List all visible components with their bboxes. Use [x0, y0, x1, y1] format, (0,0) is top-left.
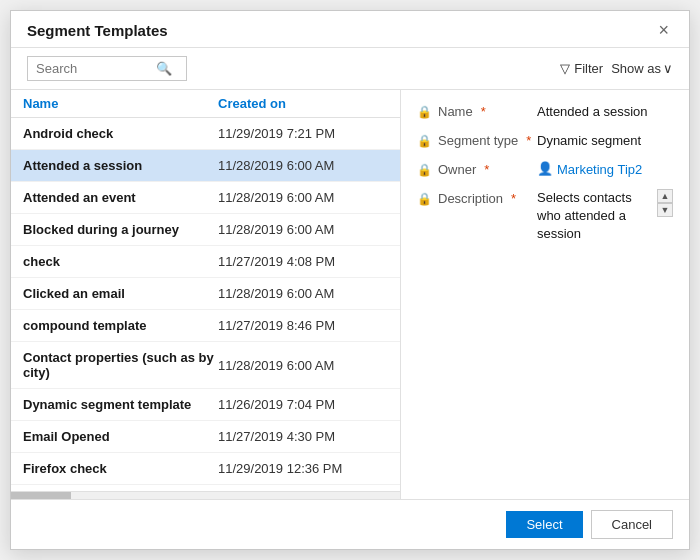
list-item-name: Android check: [23, 126, 218, 141]
detail-name-label: 🔒 Name *: [417, 102, 537, 119]
detail-description-label: 🔒 Description *: [417, 189, 537, 206]
list-item-name: check: [23, 254, 218, 269]
scroll-up-button[interactable]: ▲: [657, 189, 673, 203]
description-scroll-buttons: ▲ ▼: [657, 189, 673, 217]
column-header-created[interactable]: Created on: [218, 96, 388, 111]
toolbar: 🔍 ▽ Filter Show as ∨: [11, 48, 689, 90]
dialog-header: Segment Templates ×: [11, 11, 689, 48]
list-item-date: 11/28/2019 6:00 AM: [218, 286, 388, 301]
show-as-button[interactable]: Show as ∨: [611, 61, 673, 76]
filter-button[interactable]: ▽ Filter: [560, 61, 603, 76]
required-star-3: *: [484, 162, 489, 177]
detail-owner-label: 🔒 Owner *: [417, 160, 537, 177]
required-star: *: [481, 104, 486, 119]
list-item[interactable]: Clicked an email11/28/2019 6:00 AM: [11, 278, 400, 310]
detail-description-value: Selects contacts who attended a session: [537, 189, 653, 244]
list-item-date: 11/28/2019 6:00 AM: [218, 158, 388, 173]
list-item[interactable]: Email Opened11/27/2019 4:30 PM: [11, 421, 400, 453]
list-item[interactable]: compound template11/27/2019 8:46 PM: [11, 310, 400, 342]
dialog-footer: Select Cancel: [11, 499, 689, 549]
filter-label: Filter: [574, 61, 603, 76]
list-item[interactable]: Firefox check11/29/2019 12:36 PM: [11, 453, 400, 485]
chevron-down-icon: ∨: [663, 61, 673, 76]
detail-owner-value-container: 👤 Marketing Tip2: [537, 160, 642, 177]
show-as-label: Show as: [611, 61, 661, 76]
list-item-date: 11/29/2019 7:21 PM: [218, 126, 388, 141]
list-item-name: compound template: [23, 318, 218, 333]
list-header: Name Created on: [11, 90, 400, 118]
list-item[interactable]: Dynamic segment template11/26/2019 7:04 …: [11, 389, 400, 421]
detail-description-container: Selects contacts who attended a session …: [537, 189, 673, 244]
list-item-date: 11/27/2019 4:08 PM: [218, 254, 388, 269]
lock-icon: 🔒: [417, 105, 432, 119]
list-item[interactable]: Contact properties (such as by city)11/2…: [11, 342, 400, 389]
scrollbar-thumb[interactable]: [11, 492, 71, 499]
scroll-down-button[interactable]: ▼: [657, 203, 673, 217]
list-item-name: Email Opened: [23, 429, 218, 444]
list-item-name: Clicked an email: [23, 286, 218, 301]
list-item-date: 11/27/2019 4:30 PM: [218, 429, 388, 444]
list-item-name: Attended an event: [23, 190, 218, 205]
person-icon: 👤: [537, 161, 553, 176]
list-item-date: 11/28/2019 6:00 AM: [218, 222, 388, 237]
list-item-name: Attended a session: [23, 158, 218, 173]
detail-segment-type-label: 🔒 Segment type *: [417, 131, 537, 148]
list-item[interactable]: check11/27/2019 4:08 PM: [11, 246, 400, 278]
list-item-date: 11/29/2019 12:36 PM: [218, 461, 388, 476]
list-item[interactable]: Attended a session11/28/2019 6:00 AM: [11, 150, 400, 182]
list-body: Android check11/29/2019 7:21 PMAttended …: [11, 118, 400, 491]
cancel-button[interactable]: Cancel: [591, 510, 673, 539]
list-item-name: Dynamic segment template: [23, 397, 218, 412]
list-item[interactable]: Blocked during a journey11/28/2019 6:00 …: [11, 214, 400, 246]
detail-description-row: 🔒 Description * Selects contacts who att…: [417, 189, 673, 244]
column-header-name[interactable]: Name: [23, 96, 218, 111]
detail-name-value: Attended a session: [537, 102, 673, 119]
list-item-date: 11/27/2019 8:46 PM: [218, 318, 388, 333]
search-input[interactable]: [36, 61, 156, 76]
detail-segment-type-row: 🔒 Segment type * Dynamic segment: [417, 131, 673, 148]
search-icon-button[interactable]: 🔍: [156, 61, 172, 76]
list-item-name: Blocked during a journey: [23, 222, 218, 237]
required-star-4: *: [511, 191, 516, 206]
lock-icon-2: 🔒: [417, 134, 432, 148]
list-panel: Name Created on Android check11/29/2019 …: [11, 90, 401, 499]
list-item[interactable]: Attended an event11/28/2019 6:00 AM: [11, 182, 400, 214]
list-item-date: 11/28/2019 6:00 AM: [218, 358, 388, 373]
list-item[interactable]: Android check11/29/2019 7:21 PM: [11, 118, 400, 150]
required-star-2: *: [526, 133, 531, 148]
select-button[interactable]: Select: [506, 511, 582, 538]
detail-owner-value[interactable]: Marketing Tip2: [557, 160, 642, 177]
dialog-title: Segment Templates: [27, 22, 168, 39]
list-item-name: Firefox check: [23, 461, 218, 476]
lock-icon-3: 🔒: [417, 163, 432, 177]
detail-panel: 🔒 Name * Attended a session 🔒 Segment ty…: [401, 90, 689, 499]
search-box: 🔍: [27, 56, 187, 81]
lock-icon-4: 🔒: [417, 192, 432, 206]
list-item-date: 11/28/2019 6:00 AM: [218, 190, 388, 205]
list-item-name: Contact properties (such as by city): [23, 350, 218, 380]
segment-templates-dialog: Segment Templates × 🔍 ▽ Filter Show as ∨…: [10, 10, 690, 550]
detail-name-row: 🔒 Name * Attended a session: [417, 102, 673, 119]
close-button[interactable]: ×: [654, 21, 673, 39]
detail-segment-type-value: Dynamic segment: [537, 131, 673, 148]
list-item-date: 11/26/2019 7:04 PM: [218, 397, 388, 412]
content-area: Name Created on Android check11/29/2019 …: [11, 90, 689, 499]
filter-icon: ▽: [560, 61, 570, 76]
horizontal-scrollbar[interactable]: [11, 491, 400, 499]
detail-owner-row: 🔒 Owner * 👤 Marketing Tip2: [417, 160, 673, 177]
